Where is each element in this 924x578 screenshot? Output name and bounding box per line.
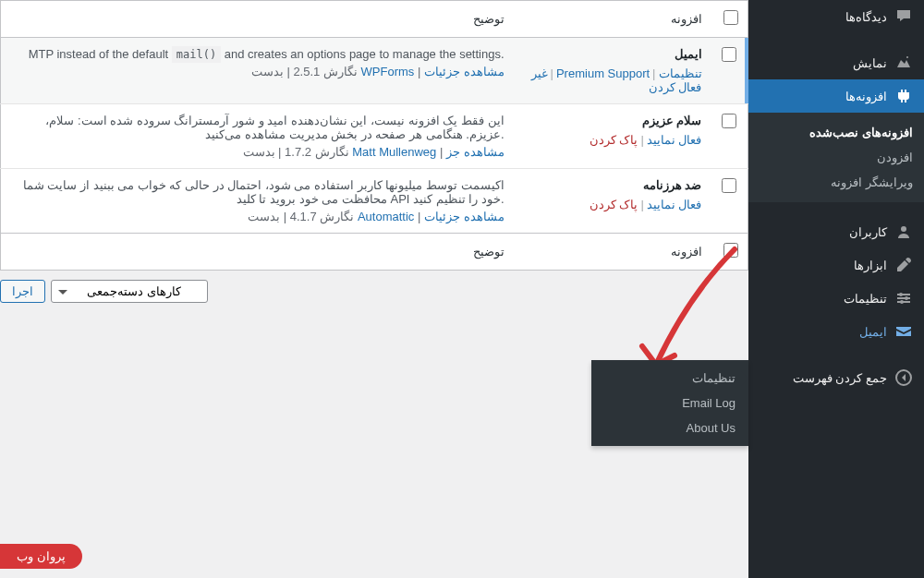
- col-desc: توضیح: [1, 1, 514, 38]
- row-actions: فعال نمایید|پاک کردن: [523, 133, 702, 147]
- select-all-top[interactable]: [723, 10, 738, 25]
- table-row: سلام عزیزم فعال نمایید|پاک کردن این فقط …: [1, 104, 748, 169]
- menu-label: نمایش: [853, 56, 887, 70]
- plugin-meta: نگارش 2.5.1 | بدست WPForms | مشاهده جزئی…: [10, 61, 505, 78]
- author-link[interactable]: WPForms: [361, 65, 415, 78]
- row-actions: فعال نمایید|پاک کردن: [523, 198, 702, 211]
- plugins-submenu: افزونه‌های نصب‌شده افزودن ویرایشگر افزون…: [748, 113, 924, 202]
- plugin-name: ایمیل: [523, 47, 702, 61]
- flyout-settings[interactable]: تنظیمات: [591, 366, 748, 391]
- menu-label: تنظیمات: [844, 292, 887, 306]
- svg-point-5: [905, 296, 908, 300]
- users-icon: [894, 223, 913, 241]
- svg-point-0: [901, 226, 906, 232]
- menu-users[interactable]: کاربران: [748, 215, 924, 248]
- row-checkbox[interactable]: [722, 47, 736, 62]
- code-snippet: mail(): [172, 46, 221, 63]
- plugin-description: MTP instead of the default mail() and cr…: [10, 47, 505, 61]
- menu-label: کاربران: [849, 225, 887, 239]
- submenu-editor[interactable]: ویرایشگر افزونه: [748, 170, 924, 195]
- col-plugin-foot[interactable]: افزونه: [514, 234, 711, 271]
- plugin-description: این فقط یک افزونه نیست، این نشان‌دهنده ا…: [10, 114, 505, 141]
- bulk-actions: کارهای دسته‌جمعی اجرا: [0, 271, 748, 312]
- plugin-name: سلام عزیزم: [523, 114, 702, 127]
- menu-collapse[interactable]: جمع کردن فهرست: [748, 361, 924, 394]
- comments-icon: [894, 7, 913, 26]
- menu-comments[interactable]: دیدگاه‌ها: [748, 0, 924, 33]
- email-flyout: تنظیمات Email Log About Us: [591, 360, 748, 446]
- select-all-bottom[interactable]: [723, 243, 738, 258]
- flyout-log[interactable]: Email Log: [591, 391, 748, 415]
- svg-point-6: [900, 300, 904, 304]
- author-link[interactable]: Automattic: [358, 210, 414, 223]
- submenu-add[interactable]: افزودن: [748, 145, 924, 170]
- tools-icon: [894, 256, 913, 274]
- col-desc-foot: توضیح: [1, 234, 514, 271]
- col-plugin[interactable]: افزونه: [514, 1, 711, 38]
- plugin-meta: نگارش 1.7.2 | بدست Matt Mullenweg | مشاه…: [10, 141, 505, 159]
- submenu-installed[interactable]: افزونه‌های نصب‌شده: [748, 120, 924, 145]
- collapse-icon: [894, 368, 913, 387]
- admin-sidebar: دیدگاه‌ها نمایش افزونه‌ها افزونه‌های نصب…: [748, 0, 924, 578]
- svg-point-4: [899, 293, 903, 296]
- bulk-apply-button[interactable]: اجرا: [0, 280, 45, 303]
- settings-icon: [894, 289, 913, 307]
- plugins-table: افزونه توضیح ایمیل تنظیمات|Premium Suppo…: [0, 0, 748, 271]
- bulk-select[interactable]: کارهای دسته‌جمعی: [51, 280, 208, 303]
- appearance-icon: [894, 54, 913, 72]
- action-link[interactable]: پاک کردن: [590, 133, 638, 147]
- action-link[interactable]: فعال نمایید: [647, 133, 702, 147]
- action-link[interactable]: تنظیمات: [659, 66, 702, 80]
- menu-tools[interactable]: ابزارها: [748, 248, 924, 282]
- plugins-icon: [894, 87, 913, 105]
- action-link[interactable]: پاک کردن: [590, 198, 638, 211]
- plugin-meta: نگارش 4.1.7 | بدست Automattic | مشاهده ج…: [10, 206, 505, 223]
- menu-label: جمع کردن فهرست: [793, 371, 887, 385]
- email-icon: [894, 322, 913, 341]
- details-link[interactable]: مشاهده جز: [446, 145, 505, 159]
- author-link[interactable]: Matt Mullenweg: [352, 145, 436, 159]
- action-link[interactable]: فعال نمایید: [647, 198, 702, 211]
- menu-label: ایمیل: [859, 325, 887, 339]
- action-link[interactable]: Premium Support: [556, 66, 650, 80]
- menu-settings[interactable]: تنظیمات: [748, 282, 924, 315]
- main-content: افزونه توضیح ایمیل تنظیمات|Premium Suppo…: [0, 0, 748, 578]
- flyout-about[interactable]: About Us: [591, 415, 748, 440]
- menu-appearance[interactable]: نمایش: [748, 46, 924, 79]
- menu-label: ابزارها: [854, 259, 887, 272]
- brand-badge[interactable]: پروان وب: [0, 544, 82, 569]
- plugin-description: اکیسمت توسط میلیونها کاربر استفاده می شو…: [10, 178, 505, 206]
- row-checkbox[interactable]: [722, 114, 736, 128]
- row-actions: تنظیمات|Premium Support|غیر فعال کردن: [523, 66, 702, 94]
- menu-plugins[interactable]: افزونه‌ها: [748, 79, 924, 113]
- row-checkbox[interactable]: [722, 178, 736, 193]
- table-row: ایمیل تنظیمات|Premium Support|غیر فعال ک…: [1, 38, 748, 104]
- plugin-name: ضد هرزنامه: [523, 178, 702, 192]
- details-link[interactable]: مشاهده جزئیات: [424, 65, 505, 78]
- table-row: ضد هرزنامه فعال نمایید|پاک کردن اکیسمت ت…: [1, 169, 748, 234]
- details-link[interactable]: مشاهده جزئیات: [424, 210, 505, 223]
- menu-email[interactable]: ایمیل: [748, 315, 924, 348]
- menu-label: دیدگاه‌ها: [845, 10, 887, 24]
- menu-label: افزونه‌ها: [845, 90, 887, 103]
